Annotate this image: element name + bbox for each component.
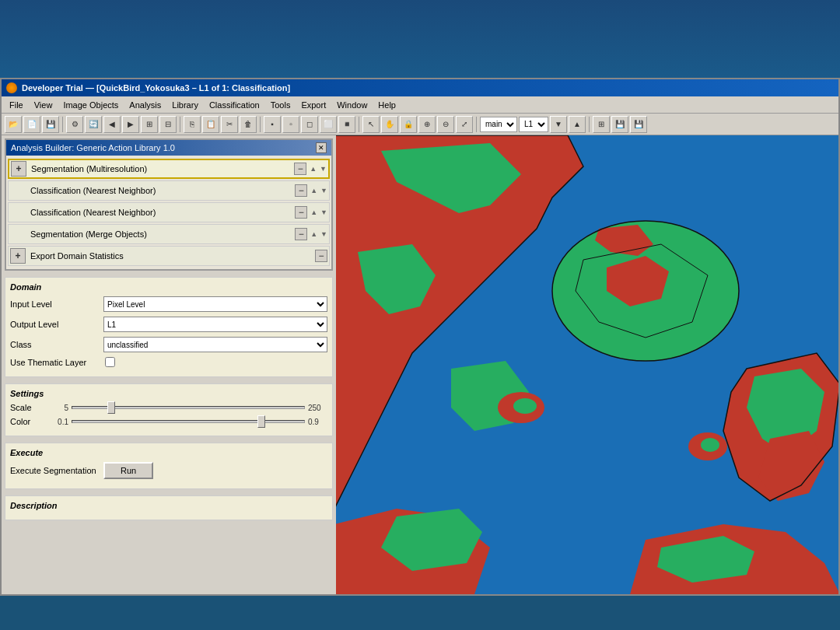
menu-bar: File View Image Objects Analysis Library…	[2, 96, 838, 114]
level-dropdown[interactable]: L1	[519, 117, 548, 132]
class-row: Class unclassified	[10, 337, 327, 352]
step-4-arrow-up[interactable]: ▲	[309, 230, 319, 238]
step-3-arrow-up[interactable]: ▲	[309, 208, 319, 216]
toolbar-btn-view1[interactable]: ▪	[264, 116, 281, 133]
menu-help[interactable]: Help	[373, 99, 401, 111]
content-area: Analysis Builder: Generic Action Library…	[2, 135, 838, 594]
scale-slider-track	[72, 406, 305, 409]
step-5-expand[interactable]: +	[10, 248, 26, 264]
step-2-label: Classification (Nearest Neighbor)	[27, 186, 293, 195]
toolbar-btn-grid[interactable]: ⊞	[593, 116, 610, 133]
step-3-minus[interactable]: −	[295, 206, 307, 219]
color-min: 0.1	[49, 418, 68, 426]
step-row-2: Classification (Nearest Neighbor) − ▲ ▼	[8, 180, 330, 201]
menu-export[interactable]: Export	[296, 99, 331, 111]
settings-section: Settings Scale 5 250 Color 0.1 0.9	[5, 383, 333, 436]
step-4-minus[interactable]: −	[295, 228, 307, 240]
toolbar-btn-paste[interactable]: 📋	[202, 116, 219, 133]
step-2-arrow-down[interactable]: ▼	[319, 187, 329, 194]
toolbar-btn-view2[interactable]: ▫	[282, 116, 299, 133]
toolbar-btn-view5[interactable]: ◾	[338, 116, 355, 133]
step-5-minus[interactable]: −	[315, 250, 327, 262]
analysis-builder-title: Analysis Builder: Generic Action Library…	[11, 143, 175, 152]
toolbar-btn-copy[interactable]: ⎘	[184, 116, 201, 133]
color-label: Color	[10, 417, 49, 426]
step-1-arrow-down[interactable]: ▼	[318, 165, 328, 173]
toolbar-btn-open[interactable]: 📂	[5, 116, 22, 133]
settings-title: Settings	[10, 389, 327, 398]
menu-library[interactable]: Library	[167, 99, 203, 111]
input-level-row: Input Level Pixel Level	[10, 296, 327, 312]
input-level-select[interactable]: Pixel Level	[103, 296, 327, 312]
toolbar-btn-delete[interactable]: 🗑	[240, 116, 257, 133]
step-row-1: + Segmentation (Multiresolution) − ▲ ▼	[8, 159, 330, 179]
domain-title: Domain	[10, 282, 327, 292]
step-2-minus[interactable]: −	[295, 184, 307, 197]
class-select[interactable]: unclassified	[103, 337, 327, 352]
class-label: Class	[10, 340, 103, 349]
menu-image-objects[interactable]: Image Objects	[58, 99, 123, 111]
toolbar-btn-prev-level[interactable]: ▼	[550, 116, 567, 133]
color-slider-track	[72, 420, 305, 423]
toolbar-btn-save2[interactable]: 💾	[611, 116, 628, 133]
toolbar-btn-6[interactable]: ⊟	[159, 116, 177, 133]
toolbar-btn-5[interactable]: ⊞	[141, 116, 158, 133]
toolbar-btn-zoomout[interactable]: ⊖	[437, 116, 454, 133]
step-row-4: Segmentation (Merge Objects) − ▲ ▼	[8, 224, 330, 244]
execute-section: Execute Execute Segmentation Run	[5, 443, 333, 489]
toolbar-btn-2[interactable]: 🔄	[85, 116, 102, 133]
title-text: Developer Trial — [QuickBird_Yokosuka3 –…	[22, 83, 290, 93]
menu-file[interactable]: File	[5, 99, 28, 111]
toolbar-btn-lock[interactable]: 🔒	[400, 116, 417, 133]
toolbar-btn-1[interactable]: ⚙	[66, 116, 83, 133]
step-4-arrow-down[interactable]: ▼	[319, 230, 329, 238]
top-decoration-area	[0, 0, 840, 78]
scale-label: Scale	[10, 403, 49, 412]
execute-segmentation-label: Execute Segmentation	[10, 466, 103, 475]
menu-window[interactable]: Window	[332, 99, 372, 111]
toolbar-btn-view3[interactable]: ◻	[301, 116, 318, 133]
toolbar-separator-3	[260, 117, 261, 132]
toolbar-btn-save3[interactable]: 💾	[630, 116, 647, 133]
menu-analysis[interactable]: Analysis	[124, 99, 166, 111]
color-slider-thumb[interactable]	[257, 415, 265, 428]
step-3-arrow-down[interactable]: ▼	[319, 208, 329, 216]
toolbar-btn-save[interactable]: 💾	[42, 116, 59, 133]
step-2-arrow-up[interactable]: ▲	[309, 187, 319, 194]
output-level-select[interactable]: L1	[103, 317, 327, 332]
toolbar-btn-next-level[interactable]: ▲	[569, 116, 586, 133]
svg-point-17	[513, 398, 537, 414]
toolbar-btn-zoomin[interactable]: ⊕	[418, 116, 436, 133]
run-button[interactable]: Run	[103, 462, 153, 479]
output-level-row: Output Level L1	[10, 317, 327, 332]
step-row-5: + Export Domain Statistics −	[8, 246, 330, 266]
toolbar-btn-cut[interactable]: ✂	[221, 116, 238, 133]
left-panel: Analysis Builder: Generic Action Library…	[2, 135, 336, 594]
domain-section: Domain Input Level Pixel Level Output Le…	[5, 277, 333, 377]
toolbar-btn-4[interactable]: ▶	[122, 116, 139, 133]
input-level-label: Input Level	[10, 299, 103, 309]
toolbar-btn-3[interactable]: ◀	[103, 116, 121, 133]
step-1-arrow-up[interactable]: ▲	[308, 165, 318, 173]
step-1-minus[interactable]: −	[294, 163, 306, 175]
thematic-row: Use Thematic Layer	[10, 357, 327, 367]
step-1-expand[interactable]: +	[11, 161, 26, 177]
toolbar-btn-pan[interactable]: ✋	[381, 116, 398, 133]
analysis-builder-close[interactable]: ✕	[316, 142, 327, 153]
step-4-label: Segmentation (Merge Objects)	[27, 229, 293, 239]
step-3-label: Classification (Nearest Neighbor)	[27, 208, 293, 217]
color-max: 0.9	[308, 418, 327, 426]
color-row: Color 0.1 0.9	[10, 417, 327, 426]
view-dropdown[interactable]: main	[480, 117, 517, 132]
toolbar-btn-new[interactable]: 📄	[23, 116, 40, 133]
toolbar-btn-fit[interactable]: ⤢	[456, 116, 473, 133]
menu-view[interactable]: View	[30, 99, 58, 111]
menu-tools[interactable]: Tools	[266, 99, 296, 111]
step-1-label: Segmentation (Multiresolution)	[28, 164, 292, 173]
classification-map-svg	[336, 135, 838, 594]
toolbar-btn-cursor[interactable]: ↖	[362, 116, 380, 133]
thematic-checkbox[interactable]	[105, 357, 115, 367]
scale-slider-thumb[interactable]	[107, 401, 115, 414]
toolbar-btn-view4[interactable]: ⬜	[320, 116, 337, 133]
menu-classification[interactable]: Classification	[205, 99, 264, 111]
